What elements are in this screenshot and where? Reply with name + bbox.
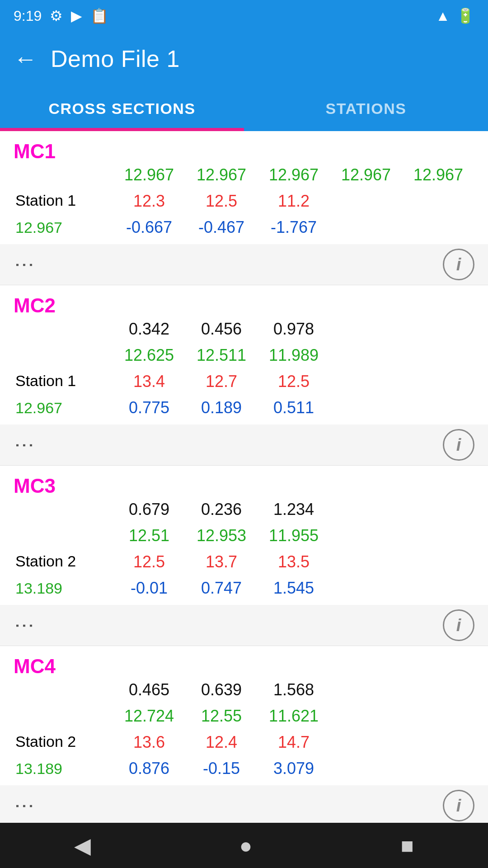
mc3-red2: 13.7 [185, 550, 258, 574]
mc4-green2: 12.55 [185, 704, 258, 728]
time-display: 9:19 [14, 8, 42, 24]
mc3-top-val2: 0.236 [185, 497, 258, 522]
mc4-top-val2: 0.639 [185, 678, 258, 702]
mc4-blue3: 3.079 [258, 756, 330, 781]
mc2-station-label: Station 1 [14, 369, 113, 394]
mc3-station-label: Station 2 [14, 550, 113, 574]
mc2-green1: 12.625 [113, 343, 185, 368]
mc4-action-row: ⋮ i [0, 785, 488, 826]
mc3-green1: 12.51 [113, 524, 185, 548]
mc4-info-button[interactable]: i [443, 790, 474, 821]
mc4-green3: 11.621 [258, 704, 330, 728]
status-bar: 9:19 ⚙ ▶ 📋 ▲ 🔋 [0, 0, 488, 32]
mc1-action-row: ⋮ i [0, 244, 488, 285]
mc1-blue5 [402, 215, 474, 240]
mc1-red3: 11.2 [258, 189, 330, 213]
mc3-info-button[interactable]: i [443, 609, 474, 641]
mc2-blue3: 0.511 [258, 396, 330, 420]
mc1-station-value: 12.967 [14, 216, 113, 239]
signal-icon: ▲ [436, 8, 450, 24]
mc4-station-value: 13.189 [14, 757, 113, 780]
mc1-red5 [402, 189, 474, 213]
play-protect-icon: ▶ [71, 7, 82, 24]
nav-back-button[interactable]: ◀ [74, 833, 91, 858]
mc4-name: MC4 [14, 655, 474, 678]
mc3-more-button[interactable]: ⋮ [14, 615, 33, 636]
nav-bar: ◀ ● ■ [0, 823, 488, 868]
tabs-bar: CROSS SECTIONS STATIONS [0, 86, 488, 131]
mc2-top-val2: 0.456 [185, 317, 258, 341]
mc3-green2: 12.953 [185, 524, 258, 548]
mc2-blue2: 0.189 [185, 396, 258, 420]
mc3-section: MC3 0.679 0.236 1.234 12.51 12.953 11.95… [0, 466, 488, 646]
mc1-station-label: Station 1 [14, 189, 113, 213]
mc3-name: MC3 [14, 475, 474, 497]
mc1-section: MC1 12.967 12.967 12.967 12.967 12.967 S… [0, 131, 488, 285]
app-bar: ← Demo File 1 [0, 32, 488, 86]
mc2-name: MC2 [14, 294, 474, 317]
tab-stations[interactable]: STATIONS [244, 86, 488, 131]
mc2-info-button[interactable]: i [443, 429, 474, 461]
content-area: MC1 12.967 12.967 12.967 12.967 12.967 S… [0, 131, 488, 868]
mc1-red2: 12.5 [185, 189, 258, 213]
mc1-blue2: -0.467 [185, 215, 258, 240]
mc2-red1: 13.4 [113, 369, 185, 394]
mc1-top-val3: 12.967 [258, 163, 330, 187]
mc1-top-val1: 12.967 [113, 163, 185, 187]
mc4-red3: 14.7 [258, 730, 330, 755]
status-left: 9:19 ⚙ ▶ 📋 [14, 7, 108, 24]
mc2-red3: 12.5 [258, 369, 330, 394]
mc3-station-value: 13.189 [14, 577, 113, 600]
mc2-top-val3: 0.978 [258, 317, 330, 341]
mc3-top-val1: 0.679 [113, 497, 185, 522]
mc3-top-val3: 1.234 [258, 497, 330, 522]
nav-home-button[interactable]: ● [239, 833, 252, 858]
mc4-green1: 12.724 [113, 704, 185, 728]
mc2-green2: 12.511 [185, 343, 258, 368]
mc4-section: MC4 0.465 0.639 1.568 12.724 12.55 11.62… [0, 646, 488, 826]
settings-icon: ⚙ [50, 7, 63, 24]
mc1-more-button[interactable]: ⋮ [14, 254, 33, 275]
mc2-green3: 11.989 [258, 343, 330, 368]
mc4-red1: 13.6 [113, 730, 185, 755]
mc4-top-val3: 1.568 [258, 678, 330, 702]
mc2-top-val1: 0.342 [113, 317, 185, 341]
mc3-blue1: -0.01 [113, 576, 185, 600]
nav-recent-button[interactable]: ■ [401, 833, 414, 858]
back-button[interactable]: ← [14, 45, 37, 72]
mc4-more-button[interactable]: ⋮ [14, 795, 33, 816]
mc1-blue3: -1.767 [258, 215, 330, 240]
mc1-top-val4: 12.967 [330, 163, 402, 187]
mc1-name: MC1 [14, 140, 474, 163]
mc1-info-button[interactable]: i [443, 249, 474, 280]
mc4-red2: 12.4 [185, 730, 258, 755]
mc1-red1: 12.3 [113, 189, 185, 213]
mc1-top-val5: 12.967 [402, 163, 474, 187]
mc4-station-label: Station 2 [14, 730, 113, 755]
tab-cross-sections[interactable]: CROSS SECTIONS [0, 86, 244, 131]
mc4-blue1: 0.876 [113, 756, 185, 781]
mc1-blue1: -0.667 [113, 215, 185, 240]
mc2-red2: 12.7 [185, 369, 258, 394]
mc3-red3: 13.5 [258, 550, 330, 574]
mc3-red1: 12.5 [113, 550, 185, 574]
mc2-station-value: 12.967 [14, 396, 113, 420]
mc2-more-button[interactable]: ⋮ [14, 434, 33, 455]
mc2-blue1: 0.775 [113, 396, 185, 420]
mc3-action-row: ⋮ i [0, 605, 488, 646]
app-bar-title: Demo File 1 [51, 45, 180, 72]
mc3-blue3: 1.545 [258, 576, 330, 600]
mc4-blue2: -0.15 [185, 756, 258, 781]
mc1-red4 [330, 189, 402, 213]
mc2-section: MC2 0.342 0.456 0.978 12.625 12.511 11.9… [0, 285, 488, 466]
battery-icon: 🔋 [456, 7, 474, 24]
mc2-action-row: ⋮ i [0, 425, 488, 465]
mc3-green3: 11.955 [258, 524, 330, 548]
mc3-blue2: 0.747 [185, 576, 258, 600]
mc4-top-val1: 0.465 [113, 678, 185, 702]
status-right: ▲ 🔋 [436, 7, 474, 24]
clipboard-icon: 📋 [90, 7, 108, 24]
mc1-top-val2: 12.967 [185, 163, 258, 187]
mc1-blue4 [330, 215, 402, 240]
